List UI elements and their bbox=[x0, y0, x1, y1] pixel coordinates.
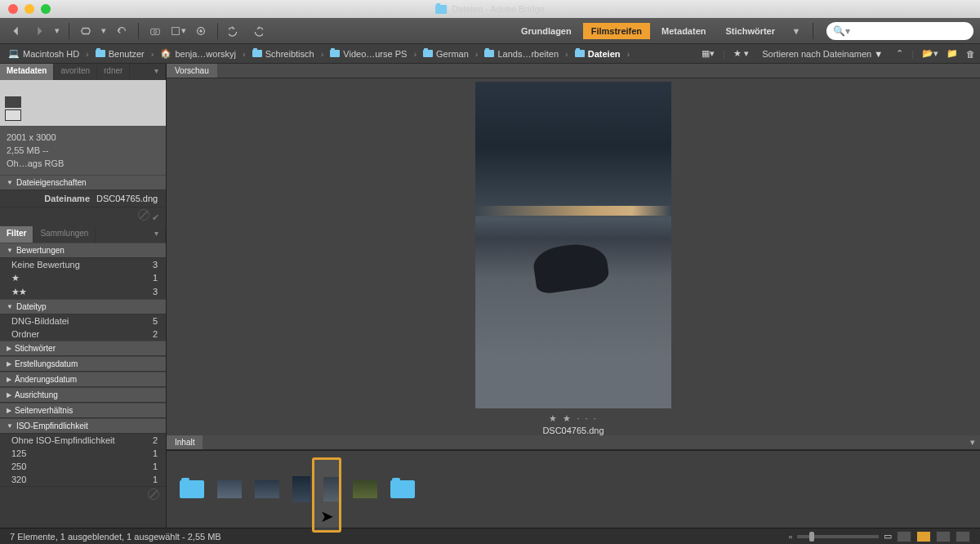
thumb-2[interactable] bbox=[255, 480, 279, 498]
section-dateieigenschaften[interactable]: Dateieigenschaften bbox=[0, 175, 166, 190]
refine-button[interactable]: ▾ bbox=[168, 22, 188, 40]
tab-filter[interactable]: Filter bbox=[0, 226, 33, 243]
rotate-cw-button[interactable] bbox=[247, 22, 267, 40]
nav-dropdown[interactable]: ▾ bbox=[52, 22, 62, 40]
cancel-icon[interactable] bbox=[138, 209, 149, 221]
crumb-6[interactable]: Lands…rbeiten bbox=[481, 47, 562, 60]
filter-ordner[interactable]: Ordner2 bbox=[0, 328, 166, 341]
zoom-out-icon[interactable]: ▫ bbox=[789, 532, 792, 542]
svg-point-1 bbox=[154, 30, 157, 33]
view-list-icon[interactable] bbox=[956, 531, 970, 542]
filter-no-rating[interactable]: Keine Bewertung3 bbox=[0, 258, 166, 271]
filter-bewertungen[interactable]: Bewertungen bbox=[0, 243, 166, 258]
preview-image[interactable] bbox=[475, 82, 671, 408]
workspace-stichworter[interactable]: Stichwörter bbox=[717, 23, 783, 39]
new-folder-icon[interactable]: 📁 bbox=[947, 48, 958, 59]
maximize-window-button[interactable] bbox=[41, 4, 51, 14]
svg-rect-2 bbox=[172, 27, 180, 34]
preview-area[interactable]: ★ ★ · · · DSC04765.dng bbox=[167, 78, 980, 435]
nav-back-button[interactable] bbox=[7, 22, 26, 40]
crumb-7[interactable]: Dateien bbox=[572, 47, 624, 60]
thumb-1[interactable] bbox=[217, 480, 242, 498]
filter-iso[interactable]: ISO-Empfindlichkeit bbox=[0, 418, 166, 434]
sort-asc-icon[interactable]: ⌃ bbox=[896, 48, 903, 59]
recent-dropdown[interactable]: ▾ bbox=[99, 22, 109, 40]
image-dimensions: 2001 x 3000 2,55 MB -- Oh…ags RGB bbox=[0, 126, 166, 175]
camera-download-button[interactable] bbox=[145, 22, 165, 40]
minimize-window-button[interactable] bbox=[24, 4, 34, 14]
filter-ohneiso[interactable]: Ohne ISO-Empfindlichkeit2 bbox=[0, 434, 166, 447]
open-cr-button[interactable] bbox=[191, 22, 211, 40]
close-window-button[interactable] bbox=[8, 4, 18, 14]
panel-menu[interactable]: ▾ bbox=[130, 64, 166, 80]
status-text: 7 Elemente, 1 ausgeblendet, 1 ausgewählt… bbox=[10, 532, 221, 542]
filter-aender[interactable]: Änderungsdatum bbox=[0, 372, 166, 387]
preview-filename: DSC04765.dng bbox=[542, 426, 604, 435]
metering-icon bbox=[5, 96, 21, 108]
thumb-3[interactable] bbox=[292, 476, 310, 502]
preview-rating[interactable]: ★ ★ · · · bbox=[549, 413, 597, 424]
zoom-in-icon[interactable]: ▭ bbox=[884, 531, 892, 542]
zoom-slider[interactable] bbox=[797, 535, 879, 538]
view-thumbnails-icon[interactable] bbox=[916, 531, 931, 542]
filmstrip[interactable]: ➤ bbox=[167, 451, 980, 528]
workspace-metadaten[interactable]: Metadaten bbox=[653, 23, 714, 39]
workspace-grundlagen[interactable]: Grundlagen bbox=[513, 23, 580, 39]
filter-erstell[interactable]: Erstellungsdatum bbox=[0, 356, 166, 372]
rotate-ccw-button[interactable] bbox=[225, 22, 244, 40]
reveal-button[interactable] bbox=[76, 22, 96, 40]
view-grid-lock-icon[interactable] bbox=[897, 531, 911, 542]
content-header: Inhalt▾ bbox=[167, 435, 980, 450]
crumb-4[interactable]: Video…urse PS bbox=[327, 47, 410, 60]
grid-options-icon[interactable]: ▦▾ bbox=[702, 48, 715, 59]
tab-ordner[interactable]: rdner bbox=[97, 64, 130, 80]
filter-iso250[interactable]: 2501 bbox=[0, 460, 166, 473]
filter-ausrichtung[interactable]: Ausrichtung bbox=[0, 387, 166, 403]
prop-dateiname: Dateiname DSC04765.dng bbox=[0, 190, 166, 207]
thumb-folder-1[interactable] bbox=[180, 480, 204, 498]
selection-highlight bbox=[312, 457, 341, 533]
content-panel-menu[interactable]: ▾ bbox=[970, 437, 980, 448]
status-bar: 7 Elemente, 1 ausgeblendet, 1 ausgewählt… bbox=[0, 528, 980, 544]
apply-icon[interactable]: ✔ bbox=[152, 212, 159, 222]
filter-star1[interactable]: ★1 bbox=[0, 271, 166, 285]
boomerang-button[interactable] bbox=[112, 22, 131, 40]
search-icon: 🔍▾ bbox=[833, 25, 850, 37]
tab-sammlungen[interactable]: Sammlungen bbox=[33, 226, 96, 243]
preview-tab[interactable]: Vorschau bbox=[167, 64, 217, 78]
star-filter-icon[interactable]: ★ ▾ bbox=[733, 48, 749, 59]
path-bar: 💻 Macintosh HD› Benutzer› 🏠 benja…worsky… bbox=[0, 44, 980, 64]
left-sidebar: Metadaten avoriten rdner ▾ ƒ/ 18,01.6 --… bbox=[0, 64, 167, 528]
filter-stichworter[interactable]: Stichwörter bbox=[0, 341, 166, 356]
tab-favoriten[interactable]: avoriten bbox=[54, 64, 97, 80]
crumb-5[interactable]: German bbox=[420, 47, 472, 60]
main-toolbar: ▾ ▾ ▾ Grundlagen Filmstreifen Metadaten … bbox=[0, 18, 980, 44]
filter-iso320[interactable]: 3201 bbox=[0, 473, 166, 486]
window-title-text: Dateien - Adobe Bridge bbox=[452, 4, 545, 14]
open-folder-icon[interactable]: 📂▾ bbox=[922, 48, 938, 59]
wb-icon bbox=[5, 109, 21, 121]
clear-filter-icon[interactable] bbox=[148, 488, 159, 500]
nav-forward-button[interactable] bbox=[29, 22, 49, 40]
window-title: Dateien - Adobe Bridge bbox=[435, 4, 545, 14]
view-details-icon[interactable] bbox=[936, 531, 951, 542]
workspace-filmstreifen[interactable]: Filmstreifen bbox=[583, 23, 650, 39]
filter-star2[interactable]: ★★3 bbox=[0, 285, 166, 299]
filter-panel-menu[interactable]: ▾ bbox=[96, 226, 166, 243]
filter-iso125[interactable]: 1251 bbox=[0, 447, 166, 460]
content-tab[interactable]: Inhalt bbox=[167, 435, 203, 449]
filter-seiten[interactable]: Seitenverhältnis bbox=[0, 403, 166, 418]
tab-metadaten[interactable]: Metadaten bbox=[0, 64, 54, 80]
thumb-folder-2[interactable] bbox=[390, 480, 415, 498]
crumb-home[interactable]: 🏠 benja…worskyj bbox=[157, 47, 239, 60]
workspace-dropdown[interactable]: ▼ bbox=[786, 22, 806, 40]
delete-icon[interactable]: 🗑 bbox=[966, 49, 975, 59]
filter-dateityp[interactable]: Dateityp bbox=[0, 299, 166, 314]
crumb-root[interactable]: 💻 Macintosh HD bbox=[5, 47, 82, 60]
search-input[interactable]: 🔍▾ bbox=[826, 22, 973, 40]
crumb-users[interactable]: Benutzer bbox=[92, 47, 148, 60]
thumb-5[interactable] bbox=[353, 480, 377, 498]
sort-dropdown[interactable]: Sortieren nach Dateinamen ▼ bbox=[757, 47, 888, 60]
crumb-desktop[interactable]: Schreibtisch bbox=[249, 47, 318, 60]
filter-dng[interactable]: DNG-Bilddatei5 bbox=[0, 314, 166, 328]
